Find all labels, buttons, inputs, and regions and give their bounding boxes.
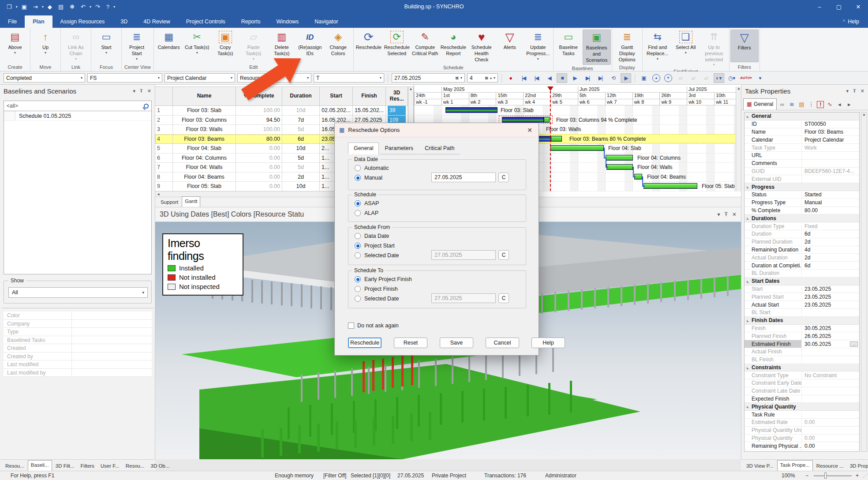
task-cell[interactable]: 10d — [282, 144, 320, 154]
task-cell[interactable]: 15.05.202... — [353, 106, 386, 116]
radio-alap[interactable]: ALAP — [355, 209, 378, 217]
task-cell[interactable]: 0.00 — [236, 163, 282, 172]
property-row[interactable]: Planned Duration2d — [745, 238, 859, 246]
menu-tab-4d-review[interactable]: 4D Review — [135, 15, 178, 28]
task-cell[interactable]: 8 — [155, 172, 173, 182]
step-back-button[interactable]: |◀ — [531, 73, 542, 83]
task-cell[interactable]: 6 — [155, 154, 173, 163]
record-button[interactable]: ● — [505, 73, 516, 83]
up-button[interactable]: ↑Up▾ — [31, 30, 60, 62]
radio-icon[interactable] — [355, 252, 361, 259]
toolbar-combo-0[interactable]: Completed▾ — [4, 73, 85, 82]
loop-button[interactable]: ⟲ — [608, 73, 618, 83]
gantt-bar[interactable] — [445, 107, 498, 113]
dialog-close-icon[interactable]: ✕ — [525, 127, 534, 134]
task-cell[interactable]: 0.00 — [236, 154, 282, 163]
copy-task-s--button[interactable]: ▣Copy Task(s) — [211, 30, 239, 62]
change-colors-button[interactable]: ◈Change Colors — [324, 30, 352, 62]
close-icon[interactable]: ✕ — [861, 88, 864, 94]
property-row[interactable]: Comments — [745, 160, 859, 168]
baselines-search-input[interactable]: <all> — [4, 101, 152, 111]
collapse-ribbon-icon[interactable]: ^ — [842, 19, 845, 25]
column-header-Name[interactable]: Name — [173, 86, 236, 106]
property-row[interactable]: Constraint Late Date — [745, 387, 859, 395]
save-button[interactable]: Save — [440, 338, 473, 348]
task-cell[interactable]: 10d — [282, 182, 320, 191]
subtasks-icon[interactable]: ⋮ — [806, 99, 816, 110]
task-cell[interactable]: 94.50 — [236, 116, 282, 125]
task-cell[interactable]: 0.00 — [236, 172, 282, 182]
property-section-constraints[interactable]: Constraints — [745, 364, 859, 372]
property-value[interactable]: ST00050 — [802, 121, 859, 127]
property-value[interactable]: 0.00 — [802, 435, 859, 441]
panel-tab-resou[interactable]: Resou... — [3, 461, 27, 471]
pin-icon[interactable]: Ŧ — [140, 88, 143, 94]
stop-button[interactable]: ■ — [557, 73, 567, 83]
task-cell[interactable]: 7d — [282, 116, 320, 125]
radio-icon[interactable] — [355, 165, 361, 171]
data_date-date-input[interactable]: 27.05.2025 — [431, 172, 496, 182]
radio-selected-date[interactable]: Selected Date — [355, 251, 399, 259]
property-value[interactable]: BDEEF560-12E7-4... — [802, 168, 859, 174]
start-button[interactable]: ▭Start▾ — [92, 30, 120, 62]
dropdown-icon[interactable]: ▾ — [16, 5, 18, 9]
tab-next-icon[interactable]: ▸ — [844, 99, 854, 110]
tab-prev-icon[interactable]: ◂ — [834, 99, 844, 110]
radio-selected-date[interactable]: Selected Date — [355, 295, 399, 303]
toolbar-combo-4[interactable]: T▾ — [314, 73, 384, 82]
property-value[interactable]: 6d — [802, 262, 859, 269]
zoom-in-button[interactable]: + — [856, 472, 859, 479]
property-value[interactable]: 2d — [802, 255, 859, 261]
column-header-Finish[interactable]: Finish — [353, 86, 386, 106]
panel-tab-baseli[interactable]: Baseli... — [28, 460, 52, 471]
panel-tab-resource[interactable]: Resource ... — [814, 461, 846, 471]
radio-icon[interactable] — [355, 276, 361, 282]
panel-tab-3dfilt[interactable]: 3D Filt... — [53, 461, 77, 471]
reschedule-report-button[interactable]: ◕Reschedule Report — [439, 30, 468, 62]
panel-tab-resou[interactable]: Resou... — [123, 461, 147, 471]
radio-icon[interactable] — [355, 175, 361, 181]
property-row[interactable]: Progress TypeManual — [745, 199, 859, 207]
reset-button[interactable]: Reset — [394, 338, 427, 348]
radio-icon[interactable] — [355, 243, 361, 249]
pin-icon[interactable]: Ŧ — [725, 211, 728, 218]
view-tab-support[interactable]: Support — [158, 198, 181, 207]
play-button[interactable]: ▶ — [569, 73, 580, 83]
clock-button[interactable]: ◷▾ — [726, 73, 737, 83]
menu-tab-project-controls[interactable]: Project Controls — [178, 15, 233, 28]
alerts-icon[interactable]: ! — [817, 101, 824, 108]
property-row[interactable]: Start23.05.2025 — [745, 285, 859, 293]
more-button[interactable]: ▾ — [755, 73, 766, 83]
dialog-titlebar[interactable]: ▦ Reschedule Options ✕ — [335, 123, 539, 137]
save-icon[interactable]: ▣ — [22, 4, 27, 10]
menu-tab-3d[interactable]: 3D — [112, 15, 135, 28]
reschedule-button[interactable]: ⟳Reschedule — [355, 30, 383, 62]
property-row[interactable]: Estimated Finish30.05.2025... — [745, 340, 859, 348]
chevron-down-icon[interactable]: ▾ — [460, 76, 462, 80]
reschedule-selected-button[interactable]: ⟳Reschedule Selected — [383, 30, 411, 62]
gantt-display-options-button[interactable]: ≣Gantt Display Options — [613, 30, 641, 64]
go-start-button[interactable]: |◀ — [518, 73, 529, 83]
property-section-general[interactable]: General — [745, 112, 859, 120]
property-value[interactable]: 23.05.2025 — [802, 294, 859, 300]
task-cell[interactable]: 2 — [155, 116, 173, 125]
download-camera-button[interactable]: ▼ — [664, 74, 672, 82]
calendar-picker-button[interactable]: C — [498, 293, 509, 303]
property-value[interactable]: 0.00 — [802, 419, 859, 425]
view-tab-gantt[interactable]: Gantt — [182, 196, 200, 207]
task-cell[interactable]: Floor 04: Slab — [173, 144, 236, 154]
radio-manual[interactable]: Manual — [355, 174, 382, 182]
property-row[interactable]: Planned Start23.05.2025 — [745, 293, 859, 301]
property-value[interactable]: 2d — [802, 239, 859, 245]
cut-task-s--button[interactable]: ✂Cut Task(s)▾ — [183, 30, 211, 62]
frame-button[interactable]: ▣ — [639, 73, 649, 83]
property-row[interactable]: Constraint TypeNo Constraint — [745, 371, 859, 379]
compute-critical-path-button[interactable]: ✎Compute Critical Path — [411, 30, 439, 62]
property-value[interactable]: Floor 03: Beams — [802, 129, 859, 135]
schedule-health-check-button[interactable]: ♥Schedule Health Check — [468, 30, 496, 64]
daynight-button[interactable]: ◐▾ — [714, 73, 724, 83]
close-icon[interactable]: ✕ — [147, 88, 151, 94]
property-value[interactable]: 30.05.2025 — [802, 341, 850, 347]
property-value[interactable]: 6d — [802, 231, 859, 237]
go-end-button[interactable]: ▶| — [595, 73, 606, 83]
